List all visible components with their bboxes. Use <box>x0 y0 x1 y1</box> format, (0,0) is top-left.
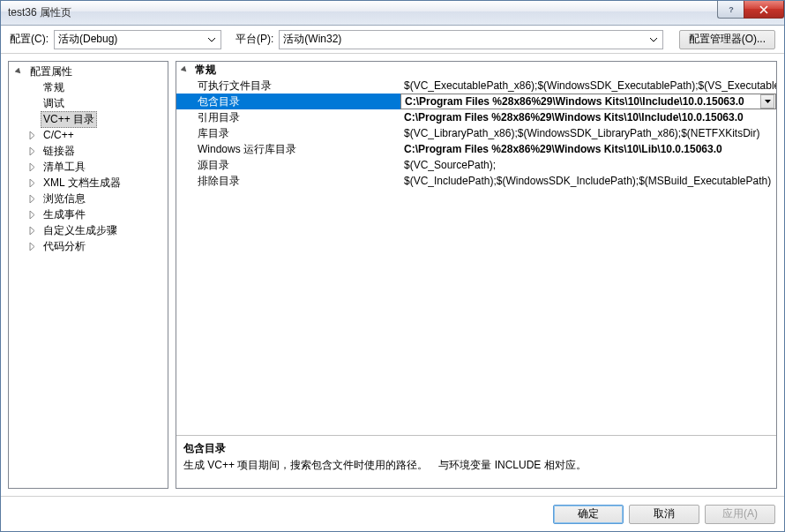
chevron-down-icon <box>205 33 219 47</box>
category-tree[interactable]: 配置属性 常规调试VC++ 目录C/C++链接器清单工具XML 文档生成器浏览信… <box>8 61 168 489</box>
description-text: 生成 VC++ 项目期间，搜索包含文件时使用的路径。 与环境变量 INCLUDE… <box>183 458 769 473</box>
expand-icon[interactable] <box>27 242 37 251</box>
tree-item-label: 代码分析 <box>41 238 88 255</box>
ok-button[interactable]: 确定 <box>553 505 624 524</box>
property-value[interactable]: $(VC_IncludePath);$(WindowsSDK_IncludePa… <box>400 173 776 189</box>
tree-item-label: 浏览信息 <box>41 191 88 207</box>
titlebar[interactable]: test36 属性页 ? <box>1 1 784 26</box>
property-value[interactable]: $(VC_SourcePath); <box>400 157 776 173</box>
config-manager-button[interactable]: 配置管理器(O)... <box>679 30 775 49</box>
expand-icon[interactable] <box>27 131 37 140</box>
platform-combo[interactable]: 活动(Win32) <box>279 30 662 49</box>
config-combo[interactable]: 活动(Debug) <box>54 30 221 49</box>
platform-label: 平台(P): <box>236 32 273 47</box>
config-label: 配置(C): <box>10 32 49 47</box>
collapse-icon[interactable] <box>180 65 190 75</box>
tree-item-label: 链接器 <box>41 143 78 160</box>
close-icon <box>759 5 768 14</box>
tree-item-label: XML 文档生成器 <box>41 175 123 191</box>
tree-item[interactable]: VC++ 目录 <box>9 111 168 127</box>
property-row[interactable]: 排除目录$(VC_IncludePath);$(WindowsSDK_Inclu… <box>176 173 776 189</box>
tree-item[interactable]: 调试 <box>9 95 168 111</box>
property-name: 包含目录 <box>176 94 400 109</box>
close-button[interactable] <box>744 1 784 19</box>
expand-icon[interactable] <box>27 226 37 236</box>
property-value[interactable]: C:\Program Files %28x86%29\Windows Kits\… <box>400 94 776 109</box>
tree-item-label: C/C++ <box>41 128 77 142</box>
window-title: test36 属性页 <box>8 5 71 20</box>
chevron-down-icon <box>647 33 661 47</box>
property-value[interactable]: $(VC_LibraryPath_x86);$(WindowsSDK_Libra… <box>400 125 776 141</box>
tree-item[interactable]: 常规 <box>9 79 168 95</box>
collapse-icon[interactable] <box>14 67 24 77</box>
tree-item[interactable]: 链接器 <box>9 143 168 159</box>
tree-item[interactable]: 代码分析 <box>9 238 168 254</box>
tree-item[interactable]: C/C++ <box>9 127 168 143</box>
property-row[interactable]: 引用目录C:\Program Files %28x86%29\Windows K… <box>176 109 776 125</box>
property-value[interactable]: C:\Program Files %28x86%29\Windows Kits\… <box>400 141 776 157</box>
tree-item-label: VC++ 目录 <box>41 111 97 128</box>
tree-item[interactable]: 自定义生成步骤 <box>9 222 168 238</box>
help-button[interactable]: ? <box>717 1 744 19</box>
property-row[interactable]: 包含目录C:\Program Files %28x86%29\Windows K… <box>176 94 776 109</box>
expand-icon[interactable] <box>27 146 37 156</box>
property-name: 可执行文件目录 <box>176 78 400 94</box>
svg-text:?: ? <box>729 5 734 14</box>
dropdown-button[interactable] <box>760 94 774 109</box>
property-row[interactable]: 源目录$(VC_SourcePath); <box>176 157 776 173</box>
property-name: 引用目录 <box>176 109 400 125</box>
tree-root[interactable]: 配置属性 <box>9 64 168 79</box>
tree-item[interactable]: XML 文档生成器 <box>9 175 168 191</box>
expand-icon[interactable] <box>27 162 37 172</box>
expand-icon[interactable] <box>27 210 37 220</box>
chevron-down-icon <box>765 100 771 103</box>
property-name: 库目录 <box>176 125 400 141</box>
property-name: 排除目录 <box>176 173 400 189</box>
config-value: 活动(Debug) <box>58 32 117 47</box>
property-grid[interactable]: 常规 可执行文件目录$(VC_ExecutablePath_x86);$(Win… <box>176 62 776 435</box>
property-row[interactable]: 可执行文件目录$(VC_ExecutablePath_x86);$(Window… <box>176 78 776 94</box>
cancel-button[interactable]: 取消 <box>629 505 699 524</box>
platform-value: 活动(Win32) <box>283 32 341 47</box>
tree-item[interactable]: 浏览信息 <box>9 191 168 206</box>
tree-item[interactable]: 生成事件 <box>9 206 168 222</box>
expand-icon[interactable] <box>27 178 37 188</box>
tree-item[interactable]: 清单工具 <box>9 159 168 175</box>
property-value[interactable]: C:\Program Files %28x86%29\Windows Kits\… <box>400 109 776 125</box>
property-row[interactable]: Windows 运行库目录C:\Program Files %28x86%29\… <box>176 141 776 157</box>
tree-item-label: 生成事件 <box>41 206 88 223</box>
grid-section-header[interactable]: 常规 <box>176 62 776 78</box>
dialog-footer: 确定 取消 应用(A) <box>1 496 784 531</box>
description-panel: 包含目录 生成 VC++ 项目期间，搜索包含文件时使用的路径。 与环境变量 IN… <box>176 435 776 488</box>
help-icon: ? <box>727 5 736 14</box>
property-name: Windows 运行库目录 <box>176 141 400 157</box>
tree-item-label: 自定义生成步骤 <box>41 222 120 239</box>
property-value[interactable]: $(VC_ExecutablePath_x86);$(WindowsSDK_Ex… <box>400 78 776 94</box>
tree-item-label: 调试 <box>41 95 67 112</box>
tree-item-label: 常规 <box>41 79 67 96</box>
property-name: 源目录 <box>176 157 400 173</box>
apply-button[interactable]: 应用(A) <box>705 505 775 524</box>
tree-item-label: 清单工具 <box>41 159 88 176</box>
property-row[interactable]: 库目录$(VC_LibraryPath_x86);$(WindowsSDK_Li… <box>176 125 776 141</box>
description-title: 包含目录 <box>183 441 769 456</box>
config-toolbar: 配置(C): 活动(Debug) 平台(P): 活动(Win32) 配置管理器(… <box>1 26 784 54</box>
expand-icon[interactable] <box>27 194 37 204</box>
